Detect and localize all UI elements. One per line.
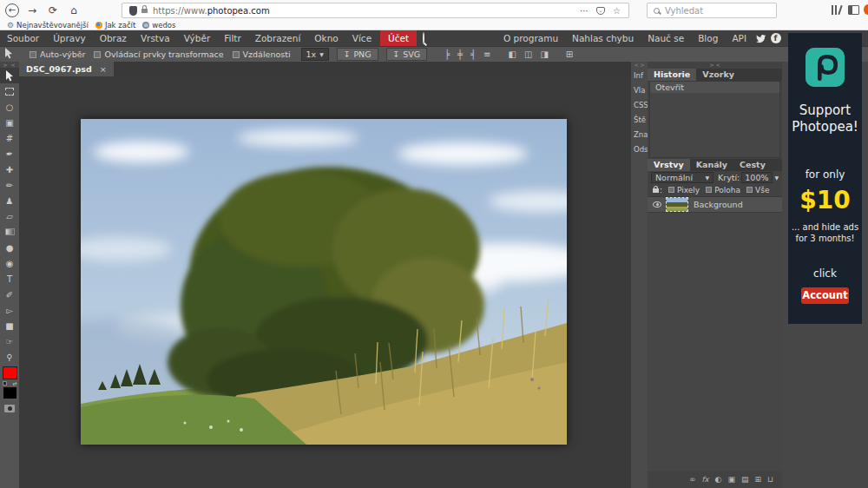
menu-item-obraz[interactable]: Obraz: [93, 30, 134, 46]
zoom-select[interactable]: 1x▼: [301, 48, 329, 61]
export-png-button[interactable]: ↧PNG: [337, 48, 378, 61]
tab-cesty[interactable]: Cesty: [733, 159, 772, 171]
eraser-tool[interactable]: ▱: [0, 208, 19, 224]
blend-mode-select[interactable]: Normální ▼: [651, 172, 713, 183]
type-tool[interactable]: T: [0, 271, 19, 287]
bookmark-get-started[interactable]: Jak začít: [95, 21, 135, 30]
tab-historie[interactable]: Historie: [648, 69, 696, 81]
layer-mask-icon[interactable]: ▣: [727, 472, 735, 488]
background-color-swatch[interactable]: [3, 386, 17, 399]
close-icon[interactable]: ×: [100, 64, 107, 74]
tracking-protection-icon[interactable]: [129, 6, 137, 16]
lock-icon[interactable]: [141, 9, 148, 13]
canvas-area[interactable]: [19, 76, 631, 488]
layer-thumbnail[interactable]: [667, 198, 687, 211]
align-top-icon[interactable]: ◧: [509, 49, 516, 59]
browser-search-field[interactable]: Vyhledat: [647, 3, 777, 18]
distances-checkbox[interactable]: [233, 51, 240, 58]
panel-label-info[interactable]: Inf: [631, 69, 648, 83]
layer-row-background[interactable]: Background: [648, 197, 782, 213]
menu-item-vice[interactable]: Více: [345, 30, 378, 46]
page-actions-icon[interactable]: ⋯: [580, 6, 589, 16]
default-colors-icon[interactable]: [3, 381, 7, 386]
clone-stamp-tool[interactable]: ♟: [0, 193, 19, 208]
menu-item-vyber[interactable]: Výběr: [177, 30, 218, 46]
menu-item-upravy[interactable]: Úpravy: [46, 30, 93, 46]
bookmark-most-visited[interactable]: ⚙ Nejnavštěvovanější: [7, 21, 89, 30]
menu-item-vrstva[interactable]: Vrstva: [134, 30, 177, 46]
lock-pixels-checkbox[interactable]: [668, 187, 674, 193]
foreground-color-swatch[interactable]: [3, 366, 17, 379]
tab-vrstvy[interactable]: Vrstvy: [648, 159, 690, 171]
collapse-toolbar-icon[interactable]: > <: [0, 62, 19, 68]
pen-tool[interactable]: ✐: [0, 287, 19, 302]
link-nahlas-chybu[interactable]: Nahlas chybu: [567, 30, 639, 46]
bookmark-star-icon[interactable]: ☆: [613, 6, 621, 16]
panel-label-odstavec[interactable]: Ods: [631, 142, 648, 157]
adjustment-layer-icon[interactable]: ◐: [715, 472, 722, 488]
tab-vzorky[interactable]: Vzorky: [696, 69, 740, 81]
link-blog[interactable]: Blog: [693, 30, 723, 46]
menu-search-button[interactable]: [423, 33, 424, 43]
twitter-icon[interactable]: [755, 33, 766, 44]
align-middle-icon[interactable]: ◫: [524, 49, 532, 59]
align-center-icon[interactable]: ╪: [457, 49, 463, 59]
layer-effects-icon[interactable]: fx: [702, 472, 709, 488]
rectangle-select-tool[interactable]: [0, 83, 19, 99]
gradient-tool[interactable]: [0, 224, 19, 240]
opacity-value[interactable]: 100%: [741, 172, 772, 183]
blur-tool[interactable]: ●: [0, 240, 19, 255]
align-bottom-icon[interactable]: ◨: [540, 49, 548, 59]
account-button[interactable]: Account: [801, 287, 849, 304]
menu-item-okno[interactable]: Okno: [307, 30, 345, 46]
rectangle-shape-tool[interactable]: ■: [0, 318, 19, 333]
quick-selection-tool[interactable]: ▣: [0, 115, 19, 130]
home-icon[interactable]: ⌂: [66, 3, 82, 18]
link-nauc-se[interactable]: Nauč se: [642, 30, 689, 46]
group-layers-icon[interactable]: ▤: [741, 472, 749, 488]
library-icon[interactable]: [832, 5, 843, 16]
forward-icon[interactable]: →: [24, 3, 40, 18]
lock-position-checkbox[interactable]: [706, 187, 712, 193]
menu-item-soubor[interactable]: Soubor: [0, 30, 46, 46]
brush-tool[interactable]: ✏: [0, 177, 19, 193]
spot-healing-tool[interactable]: ✚: [0, 162, 19, 177]
collapse-panels-icon[interactable]: > <: [648, 62, 782, 68]
lock-all-checkbox[interactable]: [746, 187, 753, 193]
chevron-down-icon[interactable]: ▼: [775, 175, 779, 181]
crop-tool[interactable]: #: [0, 130, 19, 146]
direct-select-tool[interactable]: ▻: [0, 302, 19, 318]
swap-colors-icon[interactable]: ⇄: [12, 380, 16, 386]
menu-item-filtr[interactable]: Filtr: [217, 30, 248, 46]
eyedropper-tool[interactable]: ✒: [0, 146, 19, 162]
quick-mask-icon[interactable]: [4, 405, 15, 412]
link-layers-icon[interactable]: ∞: [689, 472, 696, 488]
lasso-tool[interactable]: ○: [0, 99, 19, 115]
align-right-icon[interactable]: ╡: [470, 49, 476, 59]
url-bar[interactable]: https://www.photopea.com ⋯ ⌄ ☆: [122, 3, 629, 18]
screenshot-icon[interactable]: [864, 4, 868, 15]
history-entry-open[interactable]: Otevřít: [650, 82, 779, 93]
panel-label-css[interactable]: CSS: [631, 98, 648, 113]
panel-label-stetec[interactable]: Ště: [631, 113, 648, 128]
sidebars-icon[interactable]: [848, 5, 859, 15]
auto-select-checkbox[interactable]: [30, 51, 36, 58]
dodge-tool[interactable]: ◉: [0, 255, 19, 271]
back-icon[interactable]: ←: [5, 3, 19, 17]
bookmark-wedos[interactable]: W wedos: [142, 21, 175, 30]
move-tool[interactable]: [0, 68, 19, 83]
expand-panels-icon[interactable]: < >: [631, 62, 648, 69]
delete-layer-icon[interactable]: ⊔: [767, 472, 773, 488]
account-menu-button[interactable]: Účet: [380, 30, 417, 46]
export-svg-button[interactable]: ↧SVG: [386, 48, 427, 61]
panel-label-znaky[interactable]: Zna: [631, 128, 648, 142]
link-api[interactable]: API: [727, 30, 752, 46]
document-tab[interactable]: DSC_0967.psd ×: [19, 62, 114, 76]
pocket-icon[interactable]: ⌄: [596, 7, 605, 15]
distribute-vertical-icon[interactable]: ⊞: [566, 49, 573, 59]
lock-icon[interactable]: [653, 188, 659, 193]
visibility-eye-icon[interactable]: [653, 201, 661, 208]
hand-tool[interactable]: ☞: [0, 333, 19, 349]
facebook-icon[interactable]: f: [770, 33, 781, 44]
distribute-horizontal-icon[interactable]: ≡: [483, 49, 490, 59]
